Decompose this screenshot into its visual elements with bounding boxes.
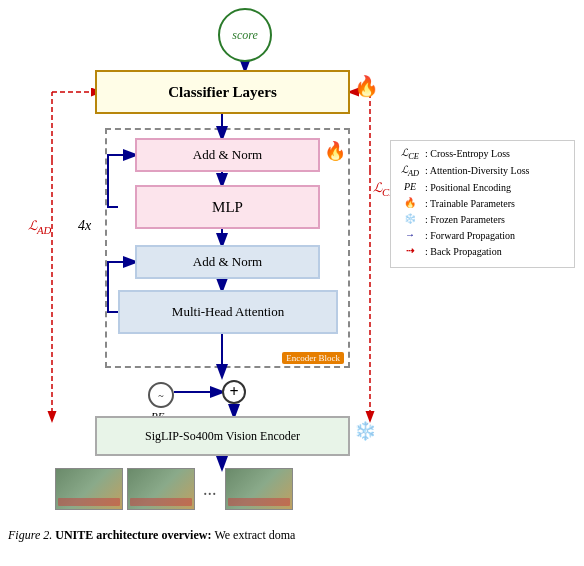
legend-symbol-lce: ℒCE [399, 147, 421, 161]
l-ad-label: ℒAD [28, 218, 51, 236]
flame-icon-classifier: 🔥 [354, 74, 379, 98]
caption-title: UNITE architecture overview: [55, 528, 214, 542]
video-frame-2 [127, 468, 195, 510]
classifier-label: Classifier Layers [168, 84, 276, 101]
legend-text-snow: : Frozen Parameters [425, 213, 566, 226]
legend-symbol-back: ⇢ [399, 245, 421, 256]
legend-text-back: : Back Propagation [425, 245, 566, 258]
legend-row-7: ⇢ : Back Propagation [399, 245, 566, 258]
four-x-label: 4x [78, 218, 91, 234]
legend-row-6: → : Forward Propagation [399, 229, 566, 242]
legend-row-4: 🔥 : Trainable Parameters [399, 197, 566, 210]
caption-text: We extract doma [214, 528, 295, 542]
diagram-area: score Classifier Layers 🔥 ℒAD ℒCE Encode… [0, 0, 584, 520]
siglip-label: SigLIP-So400m Vision Encoder [145, 429, 300, 444]
legend-row-1: ℒCE : Cross-Entropy Loss [399, 147, 566, 161]
legend-symbol-pe: PE [399, 181, 421, 192]
legend-row-2: ℒAD : Attention-Diversity Loss [399, 164, 566, 178]
encoder-label: Encoder Block [282, 352, 344, 364]
classifier-box: Classifier Layers [95, 70, 350, 114]
add-norm-top-label: Add & Norm [193, 147, 262, 163]
legend-symbol-flame: 🔥 [399, 197, 421, 208]
mha-label: Multi-Head Attention [172, 304, 284, 320]
flame-icon-addnorm: 🔥 [324, 140, 346, 162]
mlp-box: MLP [135, 185, 320, 229]
plus-symbol: + [229, 383, 238, 401]
legend-symbol-forward: → [399, 229, 421, 240]
video-frame-1 [55, 468, 123, 510]
figure-ref: Figure 2. [8, 528, 52, 542]
legend-row-3: PE : Positional Encoding [399, 181, 566, 194]
legend-text-lad: : Attention-Diversity Loss [425, 164, 566, 177]
video-frames: ... [55, 468, 293, 510]
add-norm-bottom-box: Add & Norm [135, 245, 320, 279]
legend-row-5: ❄️ : Frozen Parameters [399, 213, 566, 226]
mlp-label: MLP [212, 199, 243, 216]
legend-box: ℒCE : Cross-Entropy Loss ℒAD : Attention… [390, 140, 575, 268]
mha-box: Multi-Head Attention [118, 290, 338, 334]
legend-symbol-snow: ❄️ [399, 213, 421, 224]
pe-label-circle: ~ [158, 390, 163, 401]
legend-text-lce: : Cross-Entropy Loss [425, 147, 566, 160]
legend-text-flame: : Trainable Parameters [425, 197, 566, 210]
caption: Figure 2. UNITE architecture overview: W… [0, 526, 584, 545]
dots-label: ... [199, 479, 221, 500]
video-frame-3 [225, 468, 293, 510]
legend-text-pe: : Positional Encoding [425, 181, 566, 194]
plus-circle: + [222, 380, 246, 404]
pe-circle: ~ [148, 382, 174, 408]
score-label: score [232, 28, 258, 43]
add-norm-top-box: Add & Norm [135, 138, 320, 172]
legend-text-forward: : Forward Propagation [425, 229, 566, 242]
score-circle: score [218, 8, 272, 62]
siglip-box: SigLIP-So400m Vision Encoder [95, 416, 350, 456]
snowflake-icon: ❄️ [354, 420, 376, 442]
legend-symbol-lad: ℒAD [399, 164, 421, 178]
add-norm-bottom-label: Add & Norm [193, 254, 262, 270]
